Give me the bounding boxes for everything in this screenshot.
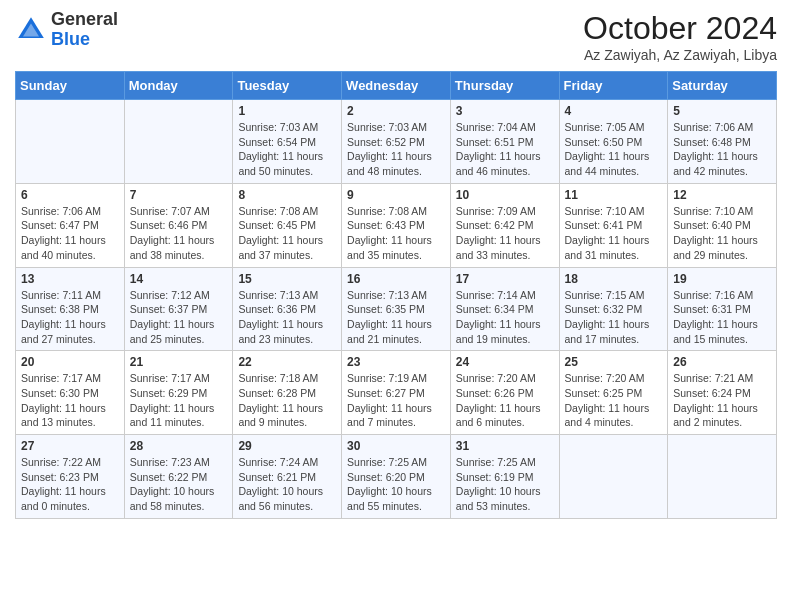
day-number: 7 [130, 188, 228, 202]
calendar-cell: 4Sunrise: 7:05 AM Sunset: 6:50 PM Daylig… [559, 100, 668, 184]
day-number: 11 [565, 188, 663, 202]
calendar-cell: 13Sunrise: 7:11 AM Sunset: 6:38 PM Dayli… [16, 267, 125, 351]
day-info: Sunrise: 7:07 AM Sunset: 6:46 PM Dayligh… [130, 204, 228, 263]
day-number: 8 [238, 188, 336, 202]
day-number: 29 [238, 439, 336, 453]
day-number: 20 [21, 355, 119, 369]
day-info: Sunrise: 7:04 AM Sunset: 6:51 PM Dayligh… [456, 120, 554, 179]
day-number: 13 [21, 272, 119, 286]
day-info: Sunrise: 7:08 AM Sunset: 6:43 PM Dayligh… [347, 204, 445, 263]
calendar-cell: 27Sunrise: 7:22 AM Sunset: 6:23 PM Dayli… [16, 435, 125, 519]
calendar-cell: 6Sunrise: 7:06 AM Sunset: 6:47 PM Daylig… [16, 183, 125, 267]
calendar-cell: 22Sunrise: 7:18 AM Sunset: 6:28 PM Dayli… [233, 351, 342, 435]
location-subtitle: Az Zawiyah, Az Zawiyah, Libya [583, 47, 777, 63]
day-number: 1 [238, 104, 336, 118]
calendar-cell: 30Sunrise: 7:25 AM Sunset: 6:20 PM Dayli… [342, 435, 451, 519]
day-info: Sunrise: 7:17 AM Sunset: 6:29 PM Dayligh… [130, 371, 228, 430]
day-number: 3 [456, 104, 554, 118]
day-number: 23 [347, 355, 445, 369]
day-info: Sunrise: 7:06 AM Sunset: 6:48 PM Dayligh… [673, 120, 771, 179]
calendar-cell [668, 435, 777, 519]
day-number: 12 [673, 188, 771, 202]
day-info: Sunrise: 7:20 AM Sunset: 6:26 PM Dayligh… [456, 371, 554, 430]
weekday-header-saturday: Saturday [668, 72, 777, 100]
day-number: 2 [347, 104, 445, 118]
week-row-4: 20Sunrise: 7:17 AM Sunset: 6:30 PM Dayli… [16, 351, 777, 435]
calendar-cell: 25Sunrise: 7:20 AM Sunset: 6:25 PM Dayli… [559, 351, 668, 435]
calendar-cell: 21Sunrise: 7:17 AM Sunset: 6:29 PM Dayli… [124, 351, 233, 435]
day-info: Sunrise: 7:19 AM Sunset: 6:27 PM Dayligh… [347, 371, 445, 430]
day-info: Sunrise: 7:09 AM Sunset: 6:42 PM Dayligh… [456, 204, 554, 263]
calendar-cell: 12Sunrise: 7:10 AM Sunset: 6:40 PM Dayli… [668, 183, 777, 267]
day-info: Sunrise: 7:15 AM Sunset: 6:32 PM Dayligh… [565, 288, 663, 347]
calendar-cell: 17Sunrise: 7:14 AM Sunset: 6:34 PM Dayli… [450, 267, 559, 351]
calendar-cell: 19Sunrise: 7:16 AM Sunset: 6:31 PM Dayli… [668, 267, 777, 351]
day-info: Sunrise: 7:12 AM Sunset: 6:37 PM Dayligh… [130, 288, 228, 347]
weekday-header-wednesday: Wednesday [342, 72, 451, 100]
day-number: 28 [130, 439, 228, 453]
day-info: Sunrise: 7:03 AM Sunset: 6:54 PM Dayligh… [238, 120, 336, 179]
day-info: Sunrise: 7:23 AM Sunset: 6:22 PM Dayligh… [130, 455, 228, 514]
week-row-5: 27Sunrise: 7:22 AM Sunset: 6:23 PM Dayli… [16, 435, 777, 519]
calendar-cell: 29Sunrise: 7:24 AM Sunset: 6:21 PM Dayli… [233, 435, 342, 519]
day-number: 25 [565, 355, 663, 369]
day-number: 9 [347, 188, 445, 202]
weekday-header-tuesday: Tuesday [233, 72, 342, 100]
calendar-cell [16, 100, 125, 184]
day-number: 4 [565, 104, 663, 118]
calendar-cell: 14Sunrise: 7:12 AM Sunset: 6:37 PM Dayli… [124, 267, 233, 351]
day-number: 16 [347, 272, 445, 286]
calendar-cell: 7Sunrise: 7:07 AM Sunset: 6:46 PM Daylig… [124, 183, 233, 267]
day-number: 27 [21, 439, 119, 453]
calendar-cell: 9Sunrise: 7:08 AM Sunset: 6:43 PM Daylig… [342, 183, 451, 267]
day-number: 17 [456, 272, 554, 286]
day-number: 24 [456, 355, 554, 369]
calendar-cell: 3Sunrise: 7:04 AM Sunset: 6:51 PM Daylig… [450, 100, 559, 184]
calendar-cell: 23Sunrise: 7:19 AM Sunset: 6:27 PM Dayli… [342, 351, 451, 435]
day-info: Sunrise: 7:03 AM Sunset: 6:52 PM Dayligh… [347, 120, 445, 179]
weekday-header-sunday: Sunday [16, 72, 125, 100]
calendar-cell: 24Sunrise: 7:20 AM Sunset: 6:26 PM Dayli… [450, 351, 559, 435]
day-number: 22 [238, 355, 336, 369]
weekday-header-row: SundayMondayTuesdayWednesdayThursdayFrid… [16, 72, 777, 100]
weekday-header-friday: Friday [559, 72, 668, 100]
calendar-cell: 5Sunrise: 7:06 AM Sunset: 6:48 PM Daylig… [668, 100, 777, 184]
day-info: Sunrise: 7:14 AM Sunset: 6:34 PM Dayligh… [456, 288, 554, 347]
month-title: October 2024 [583, 10, 777, 47]
calendar-cell: 18Sunrise: 7:15 AM Sunset: 6:32 PM Dayli… [559, 267, 668, 351]
day-info: Sunrise: 7:06 AM Sunset: 6:47 PM Dayligh… [21, 204, 119, 263]
logo-text: General Blue [51, 10, 118, 50]
day-info: Sunrise: 7:22 AM Sunset: 6:23 PM Dayligh… [21, 455, 119, 514]
day-number: 5 [673, 104, 771, 118]
week-row-3: 13Sunrise: 7:11 AM Sunset: 6:38 PM Dayli… [16, 267, 777, 351]
calendar-cell: 20Sunrise: 7:17 AM Sunset: 6:30 PM Dayli… [16, 351, 125, 435]
day-info: Sunrise: 7:17 AM Sunset: 6:30 PM Dayligh… [21, 371, 119, 430]
day-number: 14 [130, 272, 228, 286]
day-number: 10 [456, 188, 554, 202]
calendar-cell: 2Sunrise: 7:03 AM Sunset: 6:52 PM Daylig… [342, 100, 451, 184]
week-row-1: 1Sunrise: 7:03 AM Sunset: 6:54 PM Daylig… [16, 100, 777, 184]
day-number: 31 [456, 439, 554, 453]
day-info: Sunrise: 7:21 AM Sunset: 6:24 PM Dayligh… [673, 371, 771, 430]
day-info: Sunrise: 7:08 AM Sunset: 6:45 PM Dayligh… [238, 204, 336, 263]
calendar-cell: 1Sunrise: 7:03 AM Sunset: 6:54 PM Daylig… [233, 100, 342, 184]
calendar-cell: 28Sunrise: 7:23 AM Sunset: 6:22 PM Dayli… [124, 435, 233, 519]
calendar-cell: 15Sunrise: 7:13 AM Sunset: 6:36 PM Dayli… [233, 267, 342, 351]
calendar-cell [559, 435, 668, 519]
week-row-2: 6Sunrise: 7:06 AM Sunset: 6:47 PM Daylig… [16, 183, 777, 267]
day-info: Sunrise: 7:16 AM Sunset: 6:31 PM Dayligh… [673, 288, 771, 347]
day-number: 19 [673, 272, 771, 286]
day-info: Sunrise: 7:25 AM Sunset: 6:20 PM Dayligh… [347, 455, 445, 514]
weekday-header-monday: Monday [124, 72, 233, 100]
day-info: Sunrise: 7:10 AM Sunset: 6:41 PM Dayligh… [565, 204, 663, 263]
calendar-cell: 11Sunrise: 7:10 AM Sunset: 6:41 PM Dayli… [559, 183, 668, 267]
calendar-cell: 31Sunrise: 7:25 AM Sunset: 6:19 PM Dayli… [450, 435, 559, 519]
day-info: Sunrise: 7:05 AM Sunset: 6:50 PM Dayligh… [565, 120, 663, 179]
day-number: 26 [673, 355, 771, 369]
day-info: Sunrise: 7:20 AM Sunset: 6:25 PM Dayligh… [565, 371, 663, 430]
day-number: 18 [565, 272, 663, 286]
weekday-header-thursday: Thursday [450, 72, 559, 100]
day-info: Sunrise: 7:25 AM Sunset: 6:19 PM Dayligh… [456, 455, 554, 514]
day-number: 21 [130, 355, 228, 369]
calendar-cell: 26Sunrise: 7:21 AM Sunset: 6:24 PM Dayli… [668, 351, 777, 435]
